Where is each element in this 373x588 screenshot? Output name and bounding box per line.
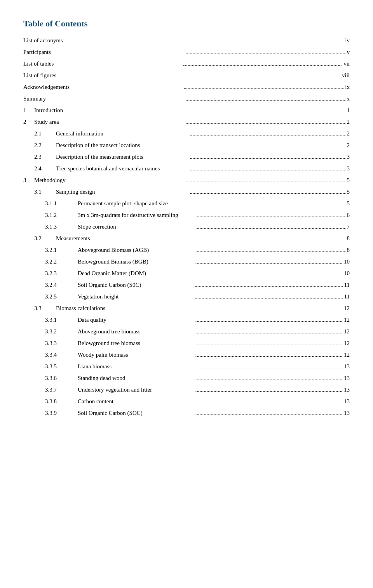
toc-item-page: 6 bbox=[347, 210, 350, 220]
toc-item-label: Description of the transect locations bbox=[56, 140, 189, 150]
toc-item[interactable]: 3.1Sampling design5 bbox=[23, 187, 350, 196]
toc-item[interactable]: 3.3.4Woody palm biomass12 bbox=[23, 350, 350, 359]
toc-dots bbox=[185, 123, 345, 124]
toc-item[interactable]: 2.4Tree species botanical and vernacular… bbox=[23, 164, 350, 173]
toc-item-page: 13 bbox=[344, 408, 350, 418]
toc-item[interactable]: Summaryx bbox=[23, 94, 350, 103]
toc-item-number: 2.1 bbox=[34, 129, 56, 138]
toc-dots bbox=[190, 158, 345, 159]
toc-dots bbox=[185, 54, 345, 54]
toc-item[interactable]: 3.3.2Aboveground tree biomass12 bbox=[23, 327, 350, 336]
toc-item-label: Biomass calculations bbox=[56, 304, 188, 313]
toc-dots bbox=[183, 77, 340, 77]
toc-item[interactable]: 3.3.5Liana biomass13 bbox=[23, 362, 350, 371]
toc-item-label: Understory vegetation and litter bbox=[78, 385, 193, 394]
toc-item-label: Summary bbox=[23, 94, 183, 103]
toc-dots bbox=[195, 286, 343, 287]
toc-item[interactable]: 2.1General information2 bbox=[23, 129, 350, 138]
toc-item-number: 3.3.1 bbox=[45, 315, 78, 324]
toc-item-label: Tree species botanical and vernacular na… bbox=[56, 164, 189, 173]
toc-item[interactable]: Acknowledgementsix bbox=[23, 82, 350, 92]
toc-dots bbox=[195, 380, 343, 380]
toc-dots bbox=[195, 333, 343, 333]
toc-item-page: iv bbox=[345, 36, 350, 45]
toc-item-number: 3.2.3 bbox=[45, 269, 78, 278]
toc-item-label: Aboveground Biomass (AGB) bbox=[78, 245, 194, 255]
toc-item[interactable]: 3.3.3Belowground tree biomass12 bbox=[23, 338, 350, 348]
toc-item-number: 3.3.2 bbox=[45, 327, 78, 336]
toc-item-label: List of figures bbox=[23, 71, 181, 80]
toc-item[interactable]: List of figuresviii bbox=[23, 71, 350, 80]
toc-item-number: 2 bbox=[23, 117, 34, 127]
toc-item-label: Vegetation height bbox=[78, 292, 193, 301]
toc-item[interactable]: 3.2Measurements8 bbox=[23, 234, 350, 243]
toc-item[interactable]: 3.3.6Standing dead wood13 bbox=[23, 373, 350, 383]
toc-item-page: 12 bbox=[344, 338, 350, 348]
toc-item-page: 5 bbox=[347, 175, 350, 185]
toc-item[interactable]: 3.2.1Aboveground Biomass (AGB)8 bbox=[23, 245, 350, 255]
toc-item[interactable]: 1Introduction1 bbox=[23, 106, 350, 115]
toc-dots bbox=[195, 403, 343, 403]
toc-item[interactable]: List of tablesvii bbox=[23, 59, 350, 68]
toc-item-page: x bbox=[347, 94, 350, 103]
toc-item-label: Woody palm biomass bbox=[78, 350, 193, 359]
toc-item[interactable]: 3.2.3Dead Organic Matter (DOM)10 bbox=[23, 269, 350, 278]
toc-item[interactable]: 3.2.4Soil Organic Carbon (S0C)11 bbox=[23, 280, 350, 290]
toc-item[interactable]: 3.3.1Data quality12 bbox=[23, 315, 350, 324]
toc-item-page: 3 bbox=[347, 152, 350, 161]
toc-item-label: Belowground tree biomass bbox=[78, 338, 193, 348]
toc-dots bbox=[195, 275, 343, 275]
toc-item-number: 3.3.3 bbox=[45, 338, 78, 348]
toc-item-page: 7 bbox=[347, 222, 350, 231]
toc-item-label: Sampling design bbox=[56, 187, 189, 196]
toc-item-label: Description of the measurement plots bbox=[56, 152, 189, 161]
toc-item[interactable]: 3Methodology5 bbox=[23, 175, 350, 185]
toc-dots bbox=[195, 345, 343, 345]
toc-dots bbox=[195, 298, 343, 298]
toc-item-label: Study area bbox=[34, 117, 183, 127]
toc-item[interactable]: 3.1.1Permanent sample plot: shape and si… bbox=[23, 199, 350, 208]
toc-dots bbox=[195, 321, 343, 322]
toc-item-number: 3.1.2 bbox=[45, 210, 78, 220]
toc-item-page: 13 bbox=[344, 397, 350, 406]
toc-item[interactable]: Participantsv bbox=[23, 47, 350, 57]
toc-dots bbox=[195, 415, 343, 415]
toc-dots bbox=[183, 65, 342, 66]
toc-item[interactable]: 3.1.23m x 3m-quadrats for destructive sa… bbox=[23, 210, 350, 220]
toc-item-label: Permanent sample plot: shape and size bbox=[78, 199, 194, 208]
toc-item-label: Acknowledgements bbox=[23, 82, 183, 92]
toc-container: List of acronymsivParticipantsvList of t… bbox=[23, 36, 350, 418]
toc-item[interactable]: 2.3Description of the measurement plots3 bbox=[23, 152, 350, 161]
toc-item-page: viii bbox=[342, 71, 350, 80]
toc-item-label: Data quality bbox=[78, 315, 193, 324]
toc-item-label: Soil Organic Carbon (SOC) bbox=[78, 408, 193, 418]
toc-item-label: List of acronyms bbox=[23, 36, 183, 45]
toc-item[interactable]: List of acronymsiv bbox=[23, 36, 350, 45]
toc-item-number: 2.3 bbox=[34, 152, 56, 161]
toc-item-page: 12 bbox=[344, 315, 350, 324]
toc-dots bbox=[190, 170, 345, 170]
toc-item[interactable]: 2Study area2 bbox=[23, 117, 350, 127]
toc-item[interactable]: 3.3.8Carbon content13 bbox=[23, 397, 350, 406]
toc-item-label: Dead Organic Matter (DOM) bbox=[78, 269, 193, 278]
toc-item-page: 8 bbox=[347, 245, 350, 255]
toc-item[interactable]: 3.2.2Belowground Biomass (BGB)10 bbox=[23, 257, 350, 266]
toc-dots bbox=[190, 240, 345, 240]
toc-item-page: 5 bbox=[347, 187, 350, 196]
toc-item-page: 11 bbox=[344, 292, 350, 301]
toc-item[interactable]: 3.3.7Understory vegetation and litter13 bbox=[23, 385, 350, 394]
toc-dots bbox=[190, 135, 345, 135]
toc-item[interactable]: 2.2Description of the transect locations… bbox=[23, 140, 350, 150]
toc-item-number: 3.2.1 bbox=[45, 245, 78, 255]
toc-item-page: 10 bbox=[344, 269, 350, 278]
toc-item-label: Belowground Biomass (BGB) bbox=[78, 257, 193, 266]
toc-item-number: 3.3 bbox=[34, 304, 56, 313]
toc-item-page: 12 bbox=[344, 327, 350, 336]
toc-dots bbox=[195, 356, 343, 357]
toc-dots bbox=[196, 252, 345, 252]
toc-item[interactable]: 3.2.5Vegetation height11 bbox=[23, 292, 350, 301]
toc-item-page: vii bbox=[343, 59, 350, 68]
toc-item[interactable]: 3.3.9Soil Organic Carbon (SOC)13 bbox=[23, 408, 350, 418]
toc-item[interactable]: 3.3Biomass calculations12 bbox=[23, 304, 350, 313]
toc-item[interactable]: 3.1.3Slope correction7 bbox=[23, 222, 350, 231]
